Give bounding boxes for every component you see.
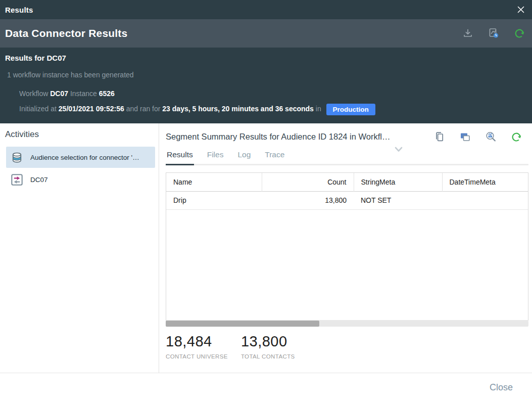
chevron-down-icon[interactable] — [393, 146, 404, 153]
table-header-row: Name Count StringMeta DateTimeMeta — [166, 173, 528, 191]
cell-datetimemeta — [442, 191, 528, 209]
results-dialog: Results Data Connector Results — [0, 0, 532, 402]
download-icon[interactable] — [462, 27, 474, 39]
cell-stringmeta: NOT SET — [354, 191, 442, 209]
stat-contact-universe: 18,484 CONTACT UNIVERSE — [166, 333, 228, 360]
tab-files[interactable]: Files — [206, 150, 225, 165]
column-header-stringmeta: StringMeta — [354, 173, 442, 191]
column-header-count: Count — [262, 173, 354, 191]
segment-summary-title: Segment Summary Results for Audience ID … — [166, 132, 390, 142]
tab-results[interactable]: Results — [166, 150, 194, 165]
database-icon — [10, 151, 24, 164]
sidebar-item-label: DC07 — [30, 176, 48, 184]
report-schedule-icon[interactable] — [487, 27, 500, 39]
search-results-icon[interactable] — [485, 130, 497, 143]
instance-label: Instance — [70, 90, 97, 98]
run-duration: 23 days, 5 hours, 20 minutes and 36 seco… — [162, 105, 314, 113]
activities-heading: Activities — [0, 129, 159, 140]
dialog-titlebar: Results — [0, 0, 532, 19]
table-empty-area — [166, 210, 528, 321]
refresh-icon[interactable] — [513, 27, 525, 39]
tab-trace[interactable]: Trace — [264, 150, 285, 165]
results-for-heading: Results for DC07 — [5, 54, 527, 62]
stat-label: CONTACT UNIVERSE — [166, 353, 228, 360]
instance-id: 6526 — [99, 90, 115, 98]
workflow-instance-line: Workflow DC07 Instance 6526 — [19, 90, 527, 98]
dialog-footer: Close — [0, 373, 532, 402]
dialog-title: Results — [5, 6, 33, 14]
close-icon[interactable] — [516, 5, 525, 14]
cell-name: Drip — [166, 191, 262, 209]
connector-arrows-icon — [10, 173, 24, 187]
segment-results-table: Name Count StringMeta DateTimeMeta Drip … — [166, 172, 528, 321]
close-button[interactable]: Close — [490, 382, 513, 393]
workflow-summary: Results for DC07 1 workflow instance has… — [0, 48, 532, 123]
content-area: Activities Audience selection for connec… — [0, 123, 532, 373]
column-header-datetimemeta: DateTimeMeta — [442, 173, 528, 191]
workflow-name: DC07 — [50, 90, 68, 98]
sidebar-item-label: Audience selection for connector '… — [30, 154, 139, 161]
page-header: Data Connector Results — [0, 19, 532, 48]
page-title: Data Connector Results — [5, 27, 127, 39]
results-toolbar — [433, 130, 528, 143]
copy-icon[interactable] — [433, 131, 446, 143]
scrollbar-thumb[interactable] — [166, 321, 319, 327]
column-header-name: Name — [166, 173, 262, 191]
contact-stats: 18,484 CONTACT UNIVERSE 13,800 TOTAL CON… — [166, 333, 528, 360]
workflow-label: Workflow — [19, 90, 48, 98]
activities-sidebar: Activities Audience selection for connec… — [0, 123, 159, 373]
environment-badge: Production — [326, 104, 375, 115]
stat-total-contacts: 13,800 TOTAL CONTACTS — [241, 333, 295, 360]
table-row: Drip 13,800 NOT SET — [166, 191, 528, 209]
cascade-windows-icon[interactable] — [459, 131, 471, 143]
tab-log[interactable]: Log — [236, 150, 252, 165]
stat-value: 18,484 — [166, 333, 228, 350]
ran-for-label: and ran for — [126, 105, 161, 113]
results-panel: Segment Summary Results for Audience ID … — [159, 123, 532, 373]
initialized-label: Initialized at — [19, 105, 57, 113]
instance-count-text: 1 workflow instance has been generated — [7, 71, 527, 79]
stat-label: TOTAL CONTACTS — [241, 353, 295, 360]
initialized-line: Initialized at 25/01/2021 09:52:56 and r… — [19, 104, 527, 115]
horizontal-scrollbar[interactable] — [166, 321, 528, 327]
in-label: in — [316, 105, 321, 113]
sidebar-item-dc07[interactable]: DC07 — [6, 169, 155, 190]
results-tabs: Results Files Log Trace — [166, 150, 528, 165]
cell-count: 13,800 — [262, 191, 354, 209]
refresh-icon[interactable] — [510, 131, 522, 143]
header-toolbar — [462, 27, 525, 39]
stat-value: 13,800 — [241, 333, 295, 350]
initialized-timestamp: 25/01/2021 09:52:56 — [59, 105, 124, 113]
sidebar-item-audience-selection[interactable]: Audience selection for connector '… — [6, 147, 155, 168]
